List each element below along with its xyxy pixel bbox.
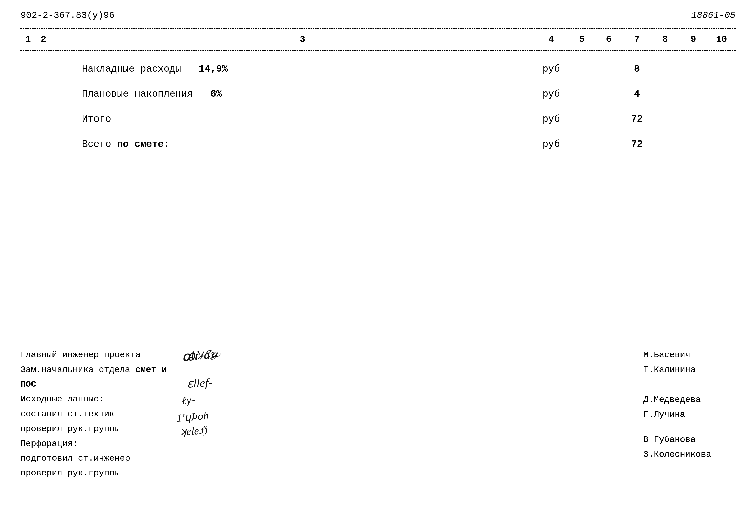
sig-label-5: проверил рук.группы [20,422,169,437]
cell-2-4: руб [533,89,569,99]
table-row: Всего по смете: руб 72 [20,139,736,150]
signature-labels: Главный инженер проекта Зам.начальника о… [20,348,169,481]
col-header-7: 7 [623,34,651,45]
letter-y: (у) [87,10,103,21]
cell-4-7: 72 [623,139,651,150]
cell-1-3: Накладные расходы – 14,9% [51,64,533,74]
sig-line-1: ꝏr-aᵹ [182,346,216,365]
sig-label-4: составил ст.техник [20,407,169,422]
sig-label-6: Перфорация: [20,437,169,451]
cell-3-3: Итого [51,114,533,125]
table-row: Итого руб 72 [20,114,736,125]
doc-number: 902-2-367.83 [20,10,87,21]
sig-name-spacer1 [643,377,736,392]
row1-label-prefix: Накладные расходы – [82,64,199,74]
column-headers: 1 2 3 4 5 6 7 8 9 10 [20,29,736,51]
row1-label-bold: 14,9% [199,64,228,74]
col-header-3: 3 [51,34,533,45]
cell-4-4: руб [533,139,569,150]
page: 902-2-367.83 (у) 96 18861-05 1 2 3 4 5 6… [0,0,756,532]
page-number: 96 [103,10,115,21]
cell-1-4: руб [533,64,569,74]
cell-1-7: 8 [623,64,651,74]
sig-name-6: З.Колесникова [643,447,736,462]
cell-3-7: 72 [623,114,651,125]
row4-label-prefix: Всего [82,139,117,150]
col-header-8: 8 [651,34,679,45]
sig-name-spacer2 [643,422,736,433]
sig-line-2b: ℓy- [181,393,195,407]
col-header-4: 4 [533,34,569,45]
sig-name-5: В Губанова [643,433,736,447]
right-code: 18861-05 [691,10,736,21]
sig-name-2: Т.Калинина [643,362,736,378]
sig-line-3: 1'ɥÞoh [176,409,209,424]
signature-names: М.Басевич Т.Калинина Д.Медведева Г.Лучин… [633,348,736,462]
table-row: Плановые накопления – 6% руб 4 [20,89,736,99]
col-header-1: 1 [20,34,36,45]
cell-3-4: руб [533,114,569,125]
row2-label-prefix: Плановые накопления – [82,89,210,99]
sig-name-3: Д.Медведева [643,392,736,407]
signature-section: Главный инженер проекта Зам.начальника о… [20,348,736,481]
cell-4-3: Всего по смете: [51,139,533,150]
sig-label-8: проверил рук.группы [20,466,169,481]
cell-2-3: Плановые накопления – 6% [51,89,533,99]
signature-handwriting-area: 𝓐𝓤𝓔𝓪 ꝏr-aᵹ ɛllef- ℓy- 1'ɥÞoh ʞeleℌ [169,348,633,425]
sig-name-4: Г.Лучина [643,407,736,422]
col-header-9: 9 [679,34,707,45]
row4-label-bold: по смете: [117,139,170,150]
col-header-6: 6 [595,34,623,45]
sig-name-1: М.Басевич [643,348,736,362]
table-row: Накладные расходы – 14,9% руб 8 [20,64,736,74]
content-area: Накладные расходы – 14,9% руб 8 Плановые… [20,51,736,150]
col-header-5: 5 [569,34,595,45]
col-header-2: 2 [36,34,51,45]
sig-label-3: Исходные данные: [20,392,169,407]
row3-label: Итого [82,114,111,125]
row2-label-bold: 6% [210,89,222,99]
cell-2-7: 4 [623,89,651,99]
header-row: 902-2-367.83 (у) 96 18861-05 [20,10,736,21]
sig-line-2: ɛllef- [187,375,212,390]
sig-label-7: подготовил ст.инженер [20,451,169,466]
sig-label-1: Главный инженер проекта [20,348,169,362]
sig-line-3b: ʞeleℌ [179,424,207,438]
col-header-10: 10 [707,34,736,45]
sig-label-2: Зам.начальника отдела смет и ПОС [20,362,169,392]
